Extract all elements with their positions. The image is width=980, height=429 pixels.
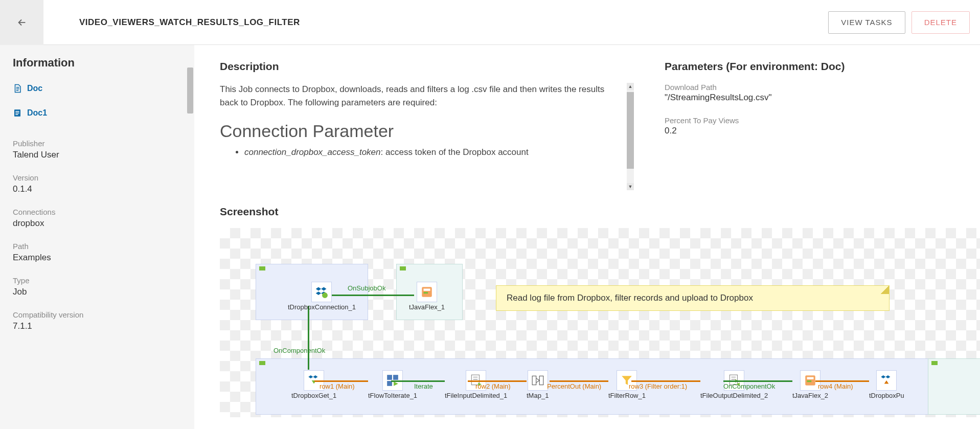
list-item: connection_dropbox_access_token: access … <box>244 147 619 157</box>
param-value: "/StreamingResultsLog.csv" <box>665 93 960 103</box>
svg-rect-3 <box>15 114 18 115</box>
subjob-tag-icon <box>259 266 265 270</box>
doc-link-doc1[interactable]: Doc1 <box>13 105 181 121</box>
header-bar: VIDEO_VIEWERS_WATCH_RESULTS_LOG_FILTER V… <box>0 0 980 45</box>
meta-block: Publisher Talend User Version 0.1.4 Conn… <box>13 139 181 331</box>
doc-link-label: Doc <box>27 84 42 93</box>
component-tmap: tMap_1 <box>527 370 549 399</box>
svg-rect-8 <box>387 375 392 380</box>
svg-rect-7 <box>424 292 428 293</box>
svg-point-4 <box>323 292 328 298</box>
meta-label: Publisher <box>13 139 181 148</box>
parameters-section: Parameters (For environment: Doc) Downlo… <box>665 60 980 190</box>
link-label: OnComponentOk <box>723 382 775 390</box>
doc-link-label: Doc1 <box>27 108 47 118</box>
connector-line <box>314 380 368 382</box>
meta-value: 7.1.1 <box>13 321 181 331</box>
document-icon <box>13 84 22 93</box>
description-subheading: Connection Parameter <box>220 121 619 141</box>
link-label: row2 (Main) <box>475 382 511 390</box>
meta-label: Path <box>13 242 181 251</box>
link-label: row3 (Filter order:1) <box>629 382 687 390</box>
screenshot-heading: Screenshot <box>220 206 980 218</box>
meta-value: dropbox <box>13 218 181 229</box>
param-name: connection_dropbox_access_token <box>244 147 381 157</box>
connector-line <box>550 380 608 382</box>
description-list: connection_dropbox_access_token: access … <box>220 147 619 157</box>
subjob-tag-icon <box>400 266 406 270</box>
meta-label: Version <box>13 173 181 182</box>
component-label: tFileOutputDelimited_2 <box>700 392 768 399</box>
param-desc: : access token of the Dropbox account <box>381 147 529 157</box>
subjob-tag-icon <box>931 361 938 365</box>
meta-label: Type <box>13 276 181 285</box>
description-body: This Job connects to Dropbox, downloads,… <box>220 83 619 110</box>
description-heading: Description <box>220 60 634 73</box>
svg-rect-16 <box>807 377 814 379</box>
description-scrollbar[interactable]: ▲ ▼ <box>627 83 634 190</box>
svg-rect-9 <box>393 375 398 380</box>
component-label: tJavaFlex_1 <box>409 303 445 311</box>
scrollbar-thumb[interactable] <box>187 67 193 114</box>
link-label: PercentOut (Main) <box>547 382 601 390</box>
component-label: tDropboxPu <box>869 392 904 399</box>
meta-label: Connections <box>13 208 181 216</box>
sidebar-scrollbar[interactable] <box>187 67 193 429</box>
connector-line <box>391 380 445 382</box>
scroll-up-icon[interactable]: ▲ <box>627 83 634 90</box>
delete-button[interactable]: DELETE <box>911 11 970 34</box>
connector-line <box>631 380 700 382</box>
meta-label: Compatibility version <box>13 310 181 319</box>
job-diagram: tDropboxConnection_1 tJavaFlex_1 OnSubjo… <box>220 228 980 417</box>
svg-rect-13 <box>539 376 543 385</box>
component-label: tFilterRow_1 <box>608 392 646 399</box>
link-label: row4 (Main) <box>818 382 853 390</box>
meta-value: Examples <box>13 253 181 263</box>
page-title: VIDEO_VIEWERS_WATCH_RESULTS_LOG_FILTER <box>79 17 300 28</box>
svg-rect-17 <box>807 380 812 382</box>
link-label: row1 (Main) <box>320 382 355 390</box>
javaflex-icon <box>417 282 437 302</box>
back-button[interactable] <box>0 0 43 45</box>
component-tflowtoiterate: tFlowToIterate_1 <box>368 370 417 399</box>
connector-line <box>308 306 309 370</box>
meta-value: 0.1.4 <box>13 184 181 194</box>
doc-link-doc[interactable]: Doc <box>13 81 181 96</box>
dropbox-put-icon <box>876 370 897 391</box>
param-label: Download Path <box>665 83 960 92</box>
view-tasks-button[interactable]: VIEW TASKS <box>828 11 905 34</box>
connector-line <box>468 380 527 382</box>
component-label: tDropboxGet_1 <box>291 392 336 399</box>
component-tdropboxput: tDropboxPu <box>869 370 904 399</box>
sidebar-heading: Information <box>13 56 181 70</box>
document-icon <box>13 108 22 118</box>
link-label: Iterate <box>414 382 433 390</box>
main-panel: Description This Job connects to Dropbox… <box>194 45 980 429</box>
meta-value: Talend User <box>13 150 181 160</box>
description-section: Description This Job connects to Dropbox… <box>220 60 634 190</box>
parameters-heading: Parameters (For environment: Doc) <box>665 60 960 73</box>
connector-line <box>815 380 869 382</box>
component-tjavaflex: tJavaFlex_1 <box>409 282 445 311</box>
subjob-box <box>928 358 980 415</box>
component-label: tMap_1 <box>527 392 549 399</box>
component-label: tFileInputDelimited_1 <box>445 392 507 399</box>
scroll-down-icon[interactable]: ▼ <box>627 183 634 190</box>
link-label: OnSubjobOk <box>348 284 385 292</box>
subjob-tag-icon <box>259 361 265 365</box>
svg-rect-6 <box>424 289 430 291</box>
connector-line <box>723 380 792 382</box>
component-tdropboxconnection: tDropboxConnection_1 <box>288 282 356 311</box>
dropbox-icon <box>311 282 332 302</box>
svg-rect-1 <box>15 111 19 112</box>
arrow-left-icon <box>16 17 28 28</box>
meta-value: Job <box>13 287 181 297</box>
svg-rect-12 <box>532 376 536 385</box>
component-label: tJavaFlex_2 <box>792 392 828 399</box>
component-label: tFlowToIterate_1 <box>368 392 417 399</box>
sidebar: Information Doc Doc1 Publisher Talend Us… <box>0 45 194 429</box>
param-label: Percent To Pay Views <box>665 116 960 125</box>
scrollbar-thumb[interactable] <box>627 92 634 169</box>
component-label: tDropboxConnection_1 <box>288 303 356 311</box>
header-actions: VIEW TASKS DELETE <box>828 11 970 34</box>
